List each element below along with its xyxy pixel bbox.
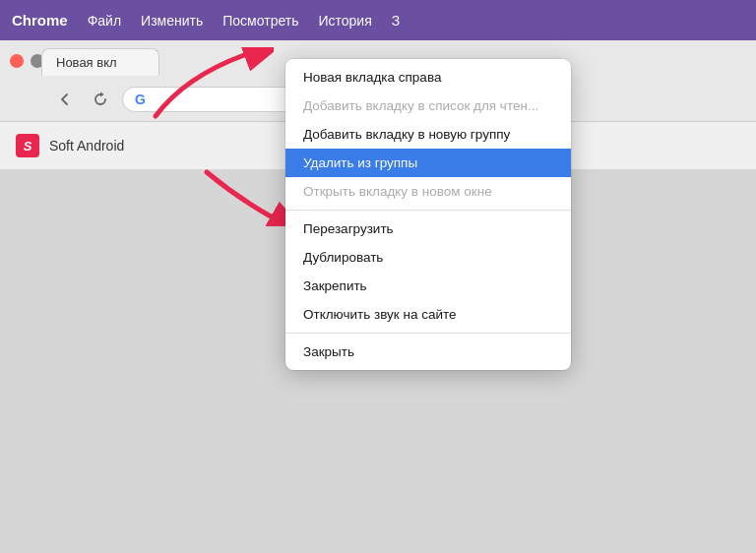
context-menu-item-remove-from-group[interactable]: Удалить из группы bbox=[285, 149, 571, 177]
google-logo: G bbox=[135, 92, 146, 107]
menu-history[interactable]: История bbox=[318, 13, 371, 29]
menu-view[interactable]: Посмотреть bbox=[222, 13, 298, 29]
context-menu: Новая вкладка справаДобавить вкладку в с… bbox=[285, 59, 571, 370]
context-menu-item-add-to-group[interactable]: Добавить вкладку в новую группу bbox=[285, 120, 571, 149]
menu-separator bbox=[285, 210, 571, 211]
page-favicon: S bbox=[16, 134, 39, 157]
context-menu-item-close[interactable]: Закрыть bbox=[285, 338, 571, 366]
context-menu-item-reload[interactable]: Перезагрузить bbox=[285, 215, 571, 243]
app-name: Chrome bbox=[12, 12, 68, 29]
tab-label: Новая вкл bbox=[56, 55, 117, 70]
traffic-lights bbox=[10, 54, 44, 68]
context-menu-item-duplicate[interactable]: Дублировать bbox=[285, 243, 571, 272]
menu-edit[interactable]: Изменить bbox=[141, 13, 203, 29]
arrow-down-icon bbox=[197, 167, 285, 226]
menu-file[interactable]: Файл bbox=[88, 13, 121, 29]
context-menu-item-add-to-reading: Добавить вкладку в список для чтен... bbox=[285, 92, 571, 120]
reload-button[interactable] bbox=[87, 86, 114, 113]
back-button[interactable] bbox=[51, 86, 79, 113]
traffic-light-red[interactable] bbox=[10, 54, 24, 68]
context-menu-item-open-in-new-window: Открыть вкладку в новом окне bbox=[285, 177, 571, 206]
context-menu-item-pin[interactable]: Закрепить bbox=[285, 272, 571, 300]
page-title: Soft Android bbox=[49, 138, 124, 154]
menu-more[interactable]: З bbox=[392, 13, 400, 29]
browser-tab[interactable]: Новая вкл bbox=[41, 48, 159, 76]
context-menu-item-new-tab-right[interactable]: Новая вкладка справа bbox=[285, 63, 571, 92]
menu-bar: Chrome Файл Изменить Посмотреть История … bbox=[0, 0, 756, 40]
context-menu-item-mute[interactable]: Отключить звук на сайте bbox=[285, 300, 571, 329]
menu-separator bbox=[285, 333, 571, 334]
